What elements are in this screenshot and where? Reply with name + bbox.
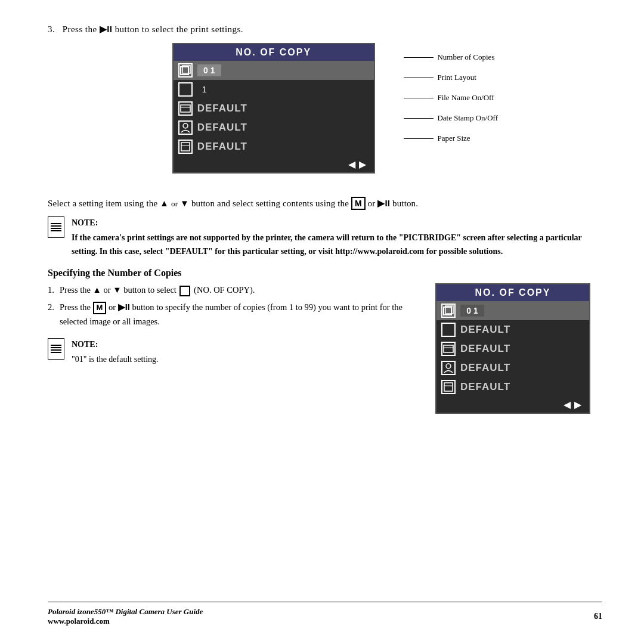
col-left: 1. Press the ▲ or ▼ button to select (NO… bbox=[48, 283, 423, 414]
svg-rect-2 bbox=[181, 105, 190, 112]
step-1-text: Press the ▲ or ▼ button to select (NO. O… bbox=[60, 283, 423, 297]
screen1-header: NO. OF COPY bbox=[174, 44, 374, 61]
footer-url[interactable]: www.polaroid.com bbox=[48, 617, 203, 626]
screen2-nav: ◀ ▶ bbox=[436, 397, 589, 413]
datestamp-icon bbox=[178, 120, 193, 135]
screen2-datestamp-value: DEFAULT bbox=[460, 362, 510, 374]
svg-point-11 bbox=[446, 364, 451, 369]
grid-icon-2 bbox=[441, 323, 456, 337]
label-dash bbox=[404, 98, 434, 98]
step-3-intro: 3. Press the ▶II button to select the pr… bbox=[48, 24, 602, 35]
label-layout: Print Layout bbox=[404, 69, 498, 86]
screen1-row-papersize: DEFAULT bbox=[174, 137, 374, 156]
label-dash bbox=[404, 138, 434, 139]
label-datestamp: Date Stamp On/Off bbox=[404, 110, 498, 126]
or-text-3: or bbox=[104, 285, 111, 295]
screen2-header: NO. OF COPY bbox=[436, 284, 589, 301]
note-title-1: NOTE: bbox=[72, 216, 602, 230]
footer: Polaroid izone550™ Digital Camera User G… bbox=[48, 602, 602, 626]
label-papersize-text: Paper Size bbox=[437, 134, 470, 143]
screen1-copies-value: 0 1 bbox=[197, 64, 221, 76]
screen1-nav: ◀ ▶ bbox=[174, 156, 374, 172]
step-2-num: 2. bbox=[48, 301, 60, 314]
label-dash bbox=[404, 118, 434, 119]
screen1-papersize-value: DEFAULT bbox=[197, 141, 247, 153]
svg-rect-12 bbox=[444, 383, 453, 391]
filename-icon-2 bbox=[441, 342, 456, 356]
camera-screen-1: NO. OF COPY 0 1 1 bbox=[172, 43, 375, 174]
col-right: NO. OF COPY 0 1 DEFA bbox=[435, 283, 602, 414]
screen2-row-layout: DEFAULT bbox=[436, 320, 589, 339]
copy-icon-2 bbox=[441, 304, 456, 318]
footer-page-number: 61 bbox=[594, 612, 602, 621]
svg-rect-9 bbox=[444, 345, 453, 352]
screen1-labels: Number of Copies Print Layout File Name … bbox=[395, 43, 498, 150]
camera-screen-2: NO. OF COPY 0 1 DEFA bbox=[435, 283, 590, 414]
copy-icon-inline bbox=[179, 286, 190, 296]
svg-point-4 bbox=[183, 123, 188, 128]
screen1-row-copies: 0 1 bbox=[174, 61, 374, 80]
footer-left: Polaroid izone550™ Digital Camera User G… bbox=[48, 607, 203, 626]
screen1-row-filename: DEFAULT bbox=[174, 99, 374, 118]
or-text-2: or bbox=[368, 199, 376, 208]
note-body-1: If the camera's print settings are not s… bbox=[72, 233, 582, 255]
screen1-datestamp-value: DEFAULT bbox=[197, 122, 247, 134]
nav-left-2: ◀ bbox=[564, 399, 571, 410]
nav-right-arrow: ▶ bbox=[359, 159, 366, 170]
step-2-text: Press the M or ▶II button to specify the… bbox=[60, 301, 423, 328]
note-section-2: NOTE: "01" is the default setting. bbox=[48, 338, 423, 367]
screen2-row-datestamp: DEFAULT bbox=[436, 358, 589, 377]
note-icon-1 bbox=[48, 216, 64, 238]
papersize-icon bbox=[178, 140, 193, 154]
note-content-2: NOTE: "01" is the default setting. bbox=[72, 338, 159, 367]
play-pause-3: ▶II bbox=[118, 302, 130, 312]
two-col-layout: 1. Press the ▲ or ▼ button to select (NO… bbox=[48, 283, 602, 414]
screen2-filename-value: DEFAULT bbox=[460, 343, 510, 355]
datestamp-icon-2 bbox=[441, 361, 456, 375]
m-key: M bbox=[351, 197, 366, 210]
step-list: 1. Press the ▲ or ▼ button to select (NO… bbox=[48, 283, 423, 329]
svg-rect-5 bbox=[181, 143, 190, 151]
note-content-1: NOTE: If the camera's print settings are… bbox=[72, 216, 602, 258]
note-body-2: "01" is the default setting. bbox=[72, 355, 159, 364]
label-datestamp-text: Date Stamp On/Off bbox=[437, 113, 498, 123]
screen2-copies-value: 0 1 bbox=[460, 305, 484, 317]
or-text-4: or bbox=[109, 302, 116, 312]
body-text-1: Select a setting item using the ▲ or ▼ b… bbox=[48, 196, 602, 210]
screen2-papersize-value: DEFAULT bbox=[460, 381, 510, 393]
label-filename-text: File Name On/Off bbox=[437, 93, 494, 103]
screen1-with-labels: NO. OF COPY 0 1 1 bbox=[152, 43, 498, 184]
screen2-row-filename: DEFAULT bbox=[436, 339, 589, 358]
label-dash bbox=[404, 78, 434, 78]
nav-left-arrow: ◀ bbox=[348, 159, 355, 170]
footer-brand: Polaroid izone550™ Digital Camera User G… bbox=[48, 607, 203, 616]
label-papersize: Paper Size bbox=[404, 130, 498, 147]
label-dash bbox=[404, 57, 434, 58]
note-section-1: NOTE: If the camera's print settings are… bbox=[48, 216, 602, 258]
screen1-row-layout: 1 bbox=[174, 80, 374, 99]
grid-icon bbox=[178, 82, 193, 97]
note-icon-lines bbox=[49, 222, 63, 233]
label-layout-text: Print Layout bbox=[437, 73, 476, 82]
screen1-row-datestamp: DEFAULT bbox=[174, 118, 374, 137]
papersize-icon-2 bbox=[441, 380, 456, 394]
section-title-copies: Specifying the Number of Copies bbox=[48, 268, 602, 278]
m-key-2: M bbox=[93, 302, 107, 314]
step-1-num: 1. bbox=[48, 283, 60, 297]
screen1-layout-value: 1 bbox=[202, 85, 207, 94]
note-icon-2 bbox=[48, 338, 64, 360]
play-pause-2: ▶II bbox=[377, 198, 390, 208]
label-copies: Number of Copies bbox=[404, 49, 498, 66]
filename-icon bbox=[178, 101, 193, 116]
screen2-layout-value: DEFAULT bbox=[460, 324, 510, 336]
note-title-2: NOTE: bbox=[72, 338, 159, 351]
note-icon-lines-2 bbox=[49, 343, 63, 354]
step-2: 2. Press the M or ▶II button to specify … bbox=[48, 301, 423, 328]
step-1: 1. Press the ▲ or ▼ button to select (NO… bbox=[48, 283, 423, 297]
or-text-1: or bbox=[171, 199, 178, 208]
screen2-row-copies: 0 1 bbox=[436, 301, 589, 320]
label-filename: File Name On/Off bbox=[404, 89, 498, 106]
screen1-filename-value: DEFAULT bbox=[197, 103, 247, 114]
screen2-row-papersize: DEFAULT bbox=[436, 377, 589, 397]
copy-icon bbox=[178, 63, 193, 78]
